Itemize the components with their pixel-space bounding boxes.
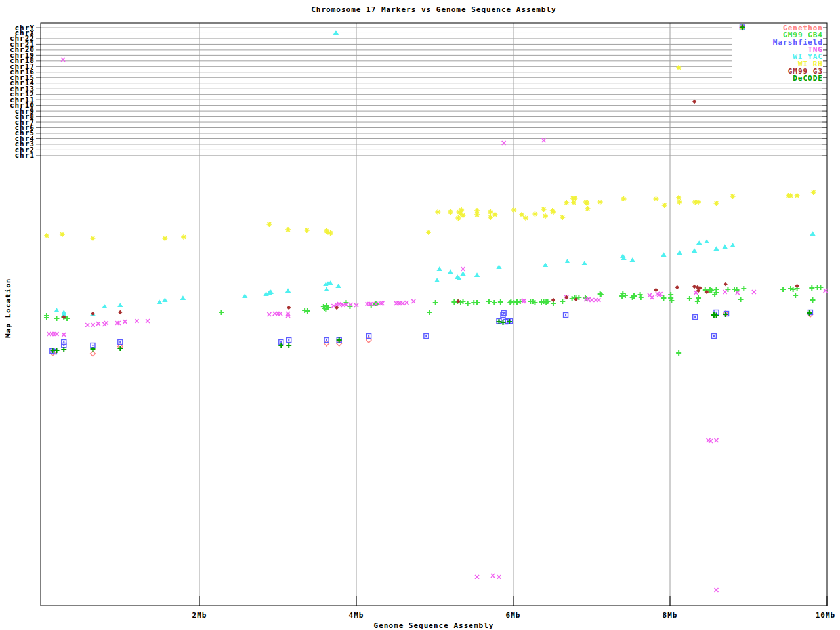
- point-wi-yac: [157, 299, 162, 304]
- point-wi-rh: [551, 209, 556, 215]
- point-marshfield: [287, 338, 291, 343]
- point-decode: [337, 337, 342, 343]
- chromosome-panel: chrYchrXchr22chr21chr20chr19chr18chr17ch…: [10, 24, 827, 160]
- point-tng: [55, 332, 59, 336]
- x-tick-label: 10Mb: [816, 611, 836, 620]
- point-wi-yac: [324, 287, 329, 291]
- point-gm99-gb4: [696, 295, 701, 301]
- point-wi-rh: [493, 212, 498, 217]
- series-wi-rh: [44, 190, 816, 241]
- point-wi-yac: [722, 244, 727, 249]
- x-axis: 2Mb4Mb6Mb8Mb10Mb: [192, 23, 836, 620]
- series-marshfield: [50, 310, 813, 354]
- point-wi-rh: [266, 222, 272, 227]
- point-gm99-gb4: [661, 295, 666, 301]
- point-wi-rh: [474, 212, 480, 217]
- point-wi-rh: [459, 207, 464, 213]
- point-gm99-gb4: [639, 295, 644, 300]
- point-wi-yac: [629, 257, 635, 262]
- legend-label-decode: DeCODE: [793, 74, 823, 83]
- point-gm99-gb4: [486, 299, 492, 304]
- point-tng: [590, 298, 594, 302]
- point-gm99-g3: [654, 288, 658, 292]
- plot-border: [41, 23, 827, 606]
- point-wi-rh: [543, 213, 548, 219]
- point-wi-yac: [496, 264, 501, 269]
- x-tick-label: 6Mb: [506, 611, 521, 620]
- point-wi-rh: [621, 196, 626, 201]
- point-wi-yac: [692, 248, 697, 253]
- point-tng: [146, 319, 150, 323]
- point-tng: [135, 319, 138, 323]
- point-gm99-gb4: [793, 293, 798, 298]
- point-wi-yac: [713, 246, 719, 251]
- point-wi-rh: [435, 209, 440, 215]
- x-tick-label: 8Mb: [663, 611, 678, 620]
- point-tng: [62, 333, 66, 337]
- point-wi-rh: [328, 230, 333, 236]
- point-wi-rh: [572, 196, 578, 201]
- point-tng: [278, 312, 282, 316]
- point-gm99-gb4: [54, 316, 60, 321]
- point-marshfield: [693, 315, 698, 320]
- point-wi-yac: [54, 308, 59, 312]
- point-wi-yac: [460, 271, 465, 276]
- point-gm99-gb4: [474, 300, 480, 305]
- point-wi-yac: [564, 259, 570, 263]
- point-gm99-gb4: [638, 292, 643, 297]
- point-wi-rh: [541, 207, 547, 212]
- point-wi-yac: [582, 261, 587, 265]
- point-gm99-gb4: [738, 297, 744, 302]
- point-gm99-gb4: [427, 310, 432, 315]
- point-wi-rh: [448, 209, 453, 215]
- point-gm99-g3: [795, 284, 799, 288]
- panel-point-chr17: [676, 65, 681, 70]
- point-gm99-gb4: [695, 299, 700, 304]
- point-tng: [752, 290, 756, 294]
- point-wi-rh: [304, 228, 310, 233]
- point-marshfield: [62, 340, 66, 345]
- point-wi-yac: [162, 297, 167, 302]
- panel-point-chr11: [692, 100, 696, 104]
- point-wi-rh: [461, 213, 466, 218]
- point-wi-yac: [102, 304, 107, 308]
- point-gm99-gb4: [433, 300, 438, 305]
- point-wi-rh: [511, 207, 516, 213]
- point-gm99-gb4: [598, 292, 604, 297]
- point-genethon: [324, 341, 329, 346]
- point-tng: [491, 574, 495, 578]
- legend-item-decode: DeCODE: [732, 75, 823, 82]
- point-marshfield: [564, 313, 568, 318]
- point-gm99-gb4: [818, 285, 823, 290]
- y-tick-label: chr1: [15, 151, 35, 159]
- point-wi-rh: [523, 215, 528, 220]
- point-wi-yac: [696, 240, 702, 245]
- point-marshfield: [424, 334, 429, 339]
- point-wi-rh: [714, 201, 719, 206]
- point-wi-rh: [90, 236, 95, 241]
- point-marshfield: [62, 343, 66, 348]
- point-wi-rh: [488, 215, 493, 220]
- point-gm99-gb4: [465, 301, 471, 306]
- point-gm99-g3: [118, 310, 122, 314]
- point-tng: [96, 322, 100, 326]
- legend: GenethonGM99 GB4MarshfieldTNGWI YACWI RH…: [732, 24, 823, 83]
- point-tng: [497, 575, 501, 579]
- series-tng: [47, 267, 828, 592]
- point-wi-yac: [434, 278, 440, 282]
- point-wi-rh: [585, 206, 591, 211]
- point-gm99-gb4: [741, 286, 746, 291]
- point-wi-rh: [564, 200, 569, 205]
- point-wi-yac: [242, 293, 247, 298]
- point-tng: [475, 575, 479, 579]
- point-wi-yac: [180, 295, 186, 300]
- point-decode: [278, 343, 284, 348]
- point-wi-rh: [584, 201, 589, 206]
- chart-screen: chrYchrXchr22chr21chr20chr19chr18chr17ch…: [0, 0, 840, 630]
- point-tng: [715, 438, 719, 442]
- point-wi-rh: [560, 215, 565, 220]
- point-gm99-gb4: [676, 350, 681, 356]
- point-wi-yac: [730, 243, 735, 247]
- point-wi-rh: [677, 200, 682, 205]
- point-wi-yac: [677, 250, 682, 255]
